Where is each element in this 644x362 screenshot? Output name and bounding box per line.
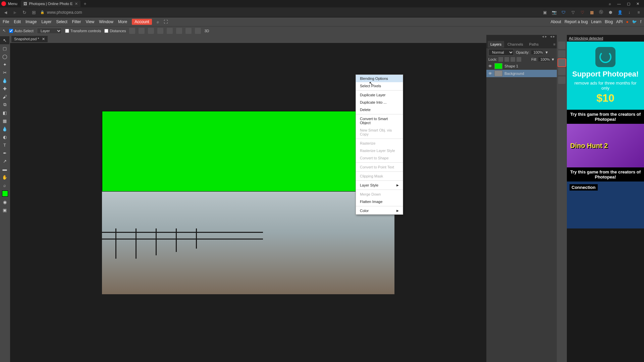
align-icon-5[interactable] (167, 28, 173, 34)
canvas[interactable] (102, 111, 394, 294)
move-tool[interactable]: ↖ (0, 36, 9, 44)
minimize-icon[interactable]: — (617, 2, 621, 6)
swatches-panel-icon[interactable] (558, 50, 566, 58)
tab-close-icon[interactable]: ✕ (75, 2, 78, 6)
search-icon[interactable]: ⌕ (609, 2, 611, 6)
opacity-value[interactable]: 100% (531, 50, 543, 54)
url-text[interactable]: www.photopea.com (47, 10, 82, 15)
tab-paths[interactable]: Paths (527, 41, 541, 48)
blend-mode-select[interactable]: Normal (488, 49, 514, 56)
close-icon[interactable]: ✕ (636, 2, 639, 6)
link-learn[interactable]: Learn (591, 19, 601, 24)
search-tool-icon[interactable]: ⌕ (157, 19, 159, 24)
ext1-icon[interactable]: ▦ (589, 10, 594, 15)
download-icon[interactable]: ↓ (627, 10, 632, 15)
ctx-item[interactable]: Blending Options (356, 75, 403, 82)
clone-tool[interactable]: ⧉ (0, 101, 9, 109)
menu-image[interactable]: Image (25, 19, 37, 24)
layer-row[interactable]: 👁 Background (486, 70, 557, 77)
gradient-tool[interactable]: ▦ (0, 117, 9, 125)
crop-tool[interactable]: ✂ (0, 68, 9, 76)
ext2-icon[interactable]: Ⓝ (598, 10, 604, 15)
visibility-icon[interactable]: 👁 (488, 71, 492, 75)
eyedropper-tool[interactable]: 💧 (0, 76, 9, 85)
lock-full-icon[interactable] (517, 57, 521, 62)
auto-select-type[interactable]: Layer (37, 28, 62, 34)
brush-tool[interactable]: 🖌 (0, 93, 9, 101)
new-tab-button[interactable]: + (84, 1, 87, 6)
quickmask-icon[interactable]: ◉ (0, 198, 9, 206)
ctx-item[interactable]: Duplicate Layer (356, 91, 403, 99)
visibility-icon[interactable]: 👁 (488, 64, 492, 68)
reddit-icon[interactable]: ● (626, 19, 628, 24)
ctx-item[interactable]: Convert to Smart Object (356, 115, 403, 126)
ctx-item[interactable]: Color▶ (356, 207, 403, 214)
align-icon-2[interactable] (139, 28, 145, 34)
menu-more[interactable]: More (118, 19, 127, 24)
support-ad[interactable]: Support Photopea! remove ads for three m… (567, 42, 644, 110)
shape-tool[interactable]: ▬ (0, 165, 9, 173)
transform-controls-checkbox[interactable]: Transform controls (65, 29, 101, 33)
browser-tab[interactable]: 🖼 Photopea | Online Photo E ✕ (21, 0, 80, 7)
menu-edit[interactable]: Edit (14, 19, 21, 24)
link-api[interactable]: API (616, 19, 623, 24)
menu-select[interactable]: Select (56, 19, 67, 24)
panel-menu-icon[interactable]: ≡ (553, 42, 555, 46)
browser-menu[interactable]: Menu (8, 2, 17, 6)
ctx-item[interactable]: Duplicate Into ... (356, 99, 403, 106)
layer-row[interactable]: 👁 Shape 1 (486, 62, 557, 70)
pen-tool[interactable]: ✒ (0, 149, 9, 157)
char-panel-icon[interactable] (558, 76, 566, 84)
zoom-tool[interactable]: ⌕ (0, 181, 9, 189)
shield-icon[interactable]: 🛡 (561, 10, 566, 15)
bookmark-icon[interactable]: ▽ (570, 10, 576, 15)
wand-tool[interactable]: ✦ (0, 60, 9, 68)
marquee-tool[interactable]: ▢ (0, 44, 9, 52)
tab-layers[interactable]: Layers (488, 41, 504, 48)
screenmode-icon[interactable]: ▣ (0, 206, 9, 214)
tab-channels[interactable]: Channels (505, 41, 526, 48)
lock-all-icon[interactable] (511, 57, 515, 62)
green-shape[interactable] (102, 111, 394, 192)
blur-tool[interactable]: 💧 (0, 125, 9, 133)
game-ad-2[interactable]: Try this game from the creators of Photo… (567, 167, 644, 228)
dodge-tool[interactable]: ◐ (0, 133, 9, 141)
auto-select-checkbox[interactable]: Auto-Select (9, 29, 34, 33)
path-tool[interactable]: ↗ (0, 157, 9, 165)
heal-tool[interactable]: ✚ (0, 85, 9, 93)
align-icon-4[interactable] (157, 28, 163, 34)
ctx-item[interactable]: Select Pixels (356, 82, 403, 90)
extension-icon[interactable]: ▣ (542, 10, 547, 15)
type-tool[interactable]: T (0, 141, 9, 149)
panel-collapse-icon-2[interactable]: ◄► (549, 35, 555, 40)
reload-button[interactable]: ↻ (21, 10, 28, 15)
profile-icon[interactable]: 👤 (617, 10, 623, 15)
distr-icon-1[interactable] (176, 28, 182, 34)
fullscreen-icon[interactable]: ⛶ (164, 19, 168, 24)
menu-window[interactable]: Window (99, 19, 113, 24)
lasso-tool[interactable]: ◯ (0, 52, 9, 60)
lock-pos-icon[interactable] (504, 57, 509, 62)
cube-icon[interactable]: ⬢ (608, 10, 613, 15)
sidebar-icon[interactable]: ≡ (636, 10, 641, 15)
menu-layer[interactable]: Layer (41, 19, 51, 24)
layer-thumbnail[interactable] (494, 63, 502, 69)
opacity-dropdown-icon[interactable]: ▼ (545, 50, 548, 54)
menu-file[interactable]: File (3, 19, 9, 24)
hand-tool[interactable]: ✋ (0, 173, 9, 181)
distances-checkbox[interactable]: Distances (104, 29, 126, 33)
back-button[interactable]: ◄ (3, 10, 9, 15)
ctx-item[interactable]: Layer Style▶ (356, 182, 403, 189)
facebook-icon[interactable]: f (640, 19, 641, 24)
link-blog[interactable]: Blog (605, 19, 613, 24)
layer-thumbnail[interactable] (494, 70, 502, 76)
align-icon-3[interactable] (148, 28, 154, 34)
twitter-icon[interactable]: 🐦 (632, 19, 637, 24)
distr-icon-3[interactable] (195, 28, 201, 34)
info-panel-icon[interactable] (558, 68, 566, 75)
adblock-notice[interactable]: Ad blocking detected (567, 35, 644, 42)
menu-filter[interactable]: Filter (72, 19, 81, 24)
fill-dropdown-icon[interactable]: ▼ (551, 57, 555, 61)
menu-view[interactable]: View (86, 19, 94, 24)
distr-icon-2[interactable] (185, 28, 192, 34)
